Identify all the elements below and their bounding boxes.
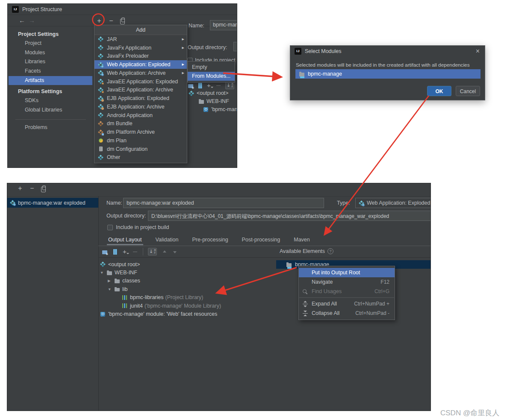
move-up-icon[interactable] bbox=[162, 249, 167, 255]
tree-item-lib[interactable]: ▼lib bbox=[98, 285, 276, 293]
chevron-right-icon[interactable]: ▶ bbox=[108, 279, 114, 283]
move-down-icon[interactable] bbox=[172, 249, 177, 255]
tree-item-classes[interactable]: ▶classes bbox=[98, 277, 276, 285]
output-directory-label: Output directory: bbox=[188, 44, 227, 50]
folder-icon bbox=[106, 270, 112, 276]
tree-item-bpmc-manage[interactable]: 'bpmc-manage bbox=[203, 106, 237, 112]
output-directory-field[interactable] bbox=[233, 42, 237, 51]
help-icon[interactable] bbox=[327, 248, 333, 254]
add-artifact-button[interactable]: + bbox=[96, 17, 103, 25]
name-field[interactable]: bpmc-manage bbox=[210, 20, 237, 30]
context-menu-item-navigate[interactable]: NavigateF12 bbox=[299, 277, 395, 287]
remove-artifact-button[interactable]: − bbox=[29, 185, 35, 192]
remove-artifact-button[interactable]: − bbox=[108, 17, 115, 25]
name-label: Name: bbox=[189, 23, 204, 29]
menu-item-javaee-application-exploded[interactable]: JavaEE Application: Exploded bbox=[94, 77, 187, 86]
remove-element-icon[interactable] bbox=[133, 249, 138, 255]
menu-item-dm-plan[interactable]: dm Plan bbox=[94, 136, 187, 145]
tree-item-bpmc-manage-module-web-facet-resources[interactable]: 'bpmc-manage' module: 'Web' facet resour… bbox=[98, 310, 276, 318]
tree-item-output-root[interactable]: <output root> bbox=[189, 90, 228, 96]
submenu-item-from-modules[interactable]: From Modules... bbox=[188, 72, 235, 81]
forward-arrow-icon[interactable]: → bbox=[29, 17, 35, 24]
create-directory-icon[interactable] bbox=[102, 249, 107, 255]
sidebar-item-sdks[interactable]: SDKs bbox=[8, 96, 94, 106]
artifacts-editor-panel: + − bpmc-manage:war exploded Name: bpmc-… bbox=[7, 183, 431, 411]
artifact-icon bbox=[98, 53, 103, 59]
layout-toolbar bbox=[98, 246, 430, 258]
tree-item-web-inf[interactable]: WEB-INF bbox=[198, 98, 229, 104]
context-menu-item-expand-all[interactable]: Expand AllCtrl+NumPad + bbox=[299, 299, 395, 308]
artifact-icon bbox=[98, 112, 103, 118]
copy-artifact-button[interactable] bbox=[120, 19, 125, 24]
tree-item-output-root[interactable]: <output root> bbox=[98, 260, 276, 268]
menu-item-ejb-application-archive[interactable]: EJB Application: Archive bbox=[94, 103, 187, 111]
back-arrow-icon[interactable]: ← bbox=[19, 17, 25, 24]
sidebar-item-artifacts[interactable]: Artifacts bbox=[9, 76, 92, 85]
sidebar-item-modules[interactable]: Modules bbox=[8, 48, 94, 58]
artifact-list-item[interactable]: bpmc-manage:war exploded bbox=[7, 198, 98, 208]
context-menu-item-put-into-output-root[interactable]: Put into Output Root bbox=[299, 268, 395, 277]
sidebar-item-libraries[interactable]: Libraries bbox=[8, 57, 94, 67]
tree-item-label: <output root> bbox=[197, 90, 228, 96]
search-icon bbox=[302, 289, 308, 294]
cancel-button[interactable]: Cancel bbox=[456, 86, 480, 96]
menu-item-web-application-archive[interactable]: Web Application: Archive▶ bbox=[94, 69, 187, 77]
web-artifact-icon bbox=[98, 70, 103, 76]
tab-maven[interactable]: Maven bbox=[294, 235, 310, 244]
create-directory-icon[interactable] bbox=[188, 83, 193, 88]
add-element-icon[interactable] bbox=[206, 83, 212, 88]
tab-post-processing[interactable]: Post-processing bbox=[242, 235, 280, 244]
context-menu-item-find-usages[interactable]: Find UsagesCtrl+G bbox=[299, 287, 395, 296]
menu-item-ejb-application-exploded[interactable]: EJB Application: Exploded bbox=[94, 94, 187, 103]
close-icon[interactable]: × bbox=[476, 47, 480, 55]
dm-plan-icon bbox=[98, 138, 103, 143]
chevron-down-icon[interactable]: ▼ bbox=[100, 270, 106, 275]
menu-item-label: JavaEE Application: Exploded bbox=[107, 79, 184, 85]
menu-item-web-application-exploded[interactable]: Web Application: Exploded▶ bbox=[94, 60, 187, 69]
menu-separator bbox=[299, 297, 394, 298]
menu-item-javaee-application-archive[interactable]: JavaEE Application: Archive bbox=[94, 86, 187, 94]
type-combo[interactable]: Web Application: Exploded bbox=[355, 198, 431, 208]
sort-icon[interactable] bbox=[148, 248, 157, 256]
add-element-icon[interactable] bbox=[122, 249, 128, 255]
sidebar-item-global-libraries[interactable]: Global Libraries bbox=[8, 106, 94, 115]
tab-pre-processing[interactable]: Pre-processing bbox=[192, 235, 228, 244]
available-elements-label: Available Elements bbox=[280, 248, 325, 254]
menu-item-javafx-application[interactable]: JavaFx Application▶ bbox=[94, 44, 187, 52]
include-in-build-checkbox[interactable] bbox=[107, 225, 113, 230]
menu-item-dm-configuration[interactable]: dm Configuration bbox=[94, 145, 187, 153]
tree-item-junit4[interactable]: junit4('bpmc-manage' Module Library) bbox=[98, 302, 276, 310]
name-field[interactable]: bpmc-manage:war exploded bbox=[123, 198, 324, 208]
menu-icon-slot bbox=[302, 289, 312, 294]
create-archive-icon[interactable] bbox=[197, 83, 203, 88]
tree-item-bpmc-libraries[interactable]: bpmc-libraries(Project Library) bbox=[98, 294, 276, 302]
dm-bundle-icon bbox=[98, 121, 103, 126]
sidebar-item-facets[interactable]: Facets bbox=[8, 67, 94, 76]
menu-item-javafx-preloader[interactable]: JavaFx Preloader bbox=[94, 52, 187, 61]
menu-item-label: dm Plan bbox=[107, 138, 184, 144]
tab-validation[interactable]: Validation bbox=[156, 235, 179, 244]
sidebar-item-problems[interactable]: Problems bbox=[8, 123, 94, 132]
sort-icon[interactable] bbox=[225, 82, 234, 89]
menu-item-dm-bundle[interactable]: dm Bundle bbox=[94, 120, 187, 128]
output-directory-field[interactable]: D:\bluesvn\行业流程中心\04_01_源码前端\bpmc-manage… bbox=[148, 211, 431, 221]
select-modules-dialog: IJ Select Modules × Selected modules wil… bbox=[290, 45, 485, 100]
menu-item-other[interactable]: Other bbox=[94, 153, 187, 162]
menu-item-dm-platform-archive[interactable]: dm Platform Archive bbox=[94, 128, 187, 136]
tab-output-layout[interactable]: Output Layout bbox=[108, 235, 142, 244]
tree-item-web-inf[interactable]: ▼WEB-INF bbox=[98, 268, 276, 276]
menu-item-android-application[interactable]: Android Application bbox=[94, 111, 187, 120]
chevron-down-icon[interactable]: ▼ bbox=[108, 287, 114, 291]
context-menu-item-collapse-all[interactable]: Collapse AllCtrl+NumPad - bbox=[299, 308, 395, 318]
sidebar-item-project[interactable]: Project bbox=[8, 39, 94, 48]
create-archive-icon[interactable] bbox=[112, 249, 118, 255]
copy-artifact-button[interactable] bbox=[41, 187, 46, 192]
remove-element-icon[interactable] bbox=[216, 83, 221, 88]
submenu-item-empty[interactable]: Empty bbox=[188, 63, 235, 72]
output-layout-tree: <output root>▼WEB-INF▶classes▼libbpmc-li… bbox=[98, 258, 276, 318]
add-artifact-button[interactable]: + bbox=[17, 185, 24, 192]
ok-button[interactable]: OK bbox=[427, 86, 451, 96]
module-list-item[interactable]: bpmc-manage bbox=[295, 69, 481, 79]
menu-item-jar[interactable]: JAR▶ bbox=[94, 35, 187, 44]
artifact-list-toolbar: + − bbox=[7, 183, 430, 197]
